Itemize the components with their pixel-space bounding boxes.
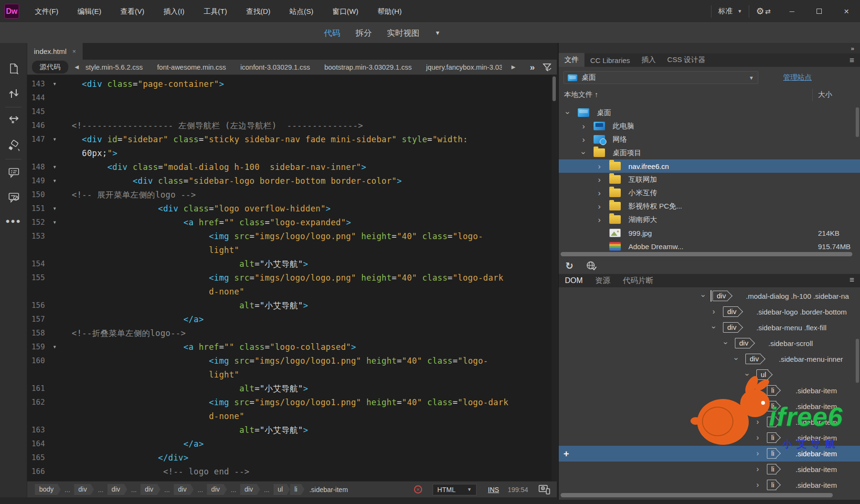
- code-line[interactable]: 157 </a>: [27, 313, 552, 326]
- code-line[interactable]: d-none": [27, 410, 552, 423]
- dom-tree-item[interactable]: ›div.sidebar-menu .flex-fill: [559, 320, 860, 336]
- dom-tree-item[interactable]: ›div.sidebar-logo .border-bottom: [559, 304, 860, 320]
- code-line[interactable]: 147▼ <div id="sidebar" class="sticky sid…: [27, 133, 552, 147]
- tag-selector[interactable]: div: [174, 484, 194, 495]
- code-line[interactable]: 149▼ <div class="sidebar-logo border-bot…: [27, 174, 552, 188]
- format-source-button[interactable]: [0, 133, 27, 158]
- related-file[interactable]: iconfont-3.03029.1.css: [240, 63, 310, 71]
- tag-selector[interactable]: div: [240, 484, 260, 495]
- dom-tree-item[interactable]: ›li.sidebar-item: [559, 462, 860, 477]
- tag-selector[interactable]: div: [107, 484, 127, 495]
- expand-arrow-icon[interactable]: ›: [756, 450, 759, 457]
- collapse-arrow-icon[interactable]: ›: [722, 342, 730, 344]
- expand-arrow-icon[interactable]: ›: [756, 418, 759, 426]
- add-element-button[interactable]: +: [563, 449, 569, 460]
- panel-tab-CC Libraries[interactable]: CC Libraries: [584, 54, 636, 67]
- code-line[interactable]: 154 alt="小艾导航">: [27, 257, 552, 271]
- dom-tree-item[interactable]: ›div.sidebar-scroll: [559, 336, 860, 351]
- expand-arrow-icon[interactable]: ›: [712, 308, 715, 315]
- chevron-down-icon[interactable]: ▼: [435, 30, 441, 36]
- expand-arrow-icon[interactable]: ›: [756, 465, 759, 473]
- file-tree-item[interactable]: ›湖南师大: [559, 213, 860, 226]
- expand-arrow-icon[interactable]: ›: [756, 481, 759, 489]
- menu-item[interactable]: 查找(D): [236, 0, 280, 22]
- menu-item[interactable]: 编辑(E): [68, 0, 111, 22]
- menu-item[interactable]: 帮助(H): [368, 0, 411, 22]
- code-line[interactable]: 155 <img src="imgs/logo/logo.png" height…: [27, 271, 552, 285]
- file-tree-item[interactable]: ›此电脑: [559, 119, 860, 133]
- code-line[interactable]: 159▼ <a href="" class="logo-collapsed">: [27, 340, 552, 354]
- code-line[interactable]: light": [27, 243, 552, 257]
- code-line[interactable]: 165 </div>: [27, 451, 552, 465]
- menu-item[interactable]: 查看(V): [111, 0, 154, 22]
- dom-tab-资源[interactable]: 资源: [589, 274, 616, 288]
- expand-arrow-icon[interactable]: ›: [580, 136, 587, 144]
- code-fold-arrow-icon[interactable]: ▼: [48, 77, 62, 91]
- code-line[interactable]: 156 alt="小艾导航">: [27, 299, 552, 313]
- tag-selector[interactable]: div: [140, 484, 160, 495]
- apply-comment-button[interactable]: [0, 160, 27, 185]
- scrollbar-thumb[interactable]: [552, 76, 556, 101]
- close-button[interactable]: ✕: [833, 0, 860, 22]
- code-line[interactable]: 148▼ <div class="modal-dialog h-100 side…: [27, 160, 552, 174]
- menu-item[interactable]: 工具(T): [194, 0, 236, 22]
- dom-tree-item[interactable]: ›ul: [559, 367, 860, 383]
- dom-tag-box[interactable]: div: [745, 354, 761, 364]
- dom-tag-box[interactable]: li: [767, 417, 776, 427]
- tag-selector[interactable]: li: [290, 484, 304, 495]
- code-line[interactable]: 152▼ <a href="" class="logo-expanded">: [27, 216, 552, 230]
- workspace-switcher[interactable]: 标准 ▼: [718, 7, 742, 16]
- code-line[interactable]: 163 alt="小艾导航">: [27, 423, 552, 437]
- file-tree-item[interactable]: ›桌面: [559, 106, 860, 119]
- file-tree-item[interactable]: ›网络: [559, 133, 860, 146]
- menu-item[interactable]: 插入(I): [154, 0, 194, 22]
- document-type-dropdown[interactable]: HTML ▼: [433, 484, 477, 495]
- collapse-arrow-icon[interactable]: ›: [743, 373, 751, 376]
- size-column-header[interactable]: 大小: [818, 90, 832, 99]
- code-line[interactable]: 143▼ <div class="page-container">: [27, 77, 552, 91]
- panel-menu-icon[interactable]: ≡: [849, 56, 860, 67]
- menu-item[interactable]: 文件(F): [25, 0, 68, 22]
- expand-arrow-icon[interactable]: ›: [580, 122, 587, 130]
- code-fold-arrow-icon[interactable]: ▼: [48, 174, 62, 188]
- dom-tag-box[interactable]: div: [735, 338, 750, 348]
- code-fold-arrow-icon[interactable]: ▼: [48, 202, 62, 216]
- code-line[interactable]: 60px;">: [27, 147, 552, 160]
- file-management-button[interactable]: [0, 81, 27, 106]
- code-line[interactable]: 146 <!------------------ 左侧导航栏 (左边导航栏) -…: [27, 119, 552, 133]
- tag-selector-class[interactable]: .sidebar-item: [309, 486, 348, 494]
- expand-arrow-icon[interactable]: ›: [596, 176, 603, 184]
- files-horizontal-scrollbar[interactable]: [561, 252, 852, 256]
- collapse-arrow-icon[interactable]: ›: [564, 109, 572, 116]
- dom-tab-代码片断[interactable]: 代码片断: [616, 274, 659, 288]
- dom-tag-box[interactable]: div: [712, 291, 728, 301]
- collapse-arrow-icon[interactable]: ›: [700, 294, 707, 297]
- dom-tag-box[interactable]: li: [767, 464, 776, 474]
- files-vertical-scrollbar[interactable]: [856, 107, 859, 137]
- code-fold-arrow-icon[interactable]: ▼: [48, 340, 62, 354]
- filter-related-files-icon[interactable]: [542, 63, 552, 72]
- code-line[interactable]: d-none": [27, 285, 552, 299]
- code-fold-arrow-icon[interactable]: ▼: [48, 216, 62, 230]
- site-dropdown[interactable]: 桌面 ▼: [563, 71, 758, 84]
- related-file[interactable]: jquery.fancybox.min-3.03: [426, 63, 502, 71]
- dom-tree-item[interactable]: ›li.sidebar-item: [559, 414, 860, 430]
- dom-tree-item[interactable]: ›div.sidebar-menu-inner: [559, 351, 860, 367]
- maximize-button[interactable]: [806, 0, 833, 22]
- related-file[interactable]: bootstrap.min-3.03029.1.css: [324, 63, 412, 71]
- expand-arrow-icon[interactable]: ›: [756, 387, 759, 394]
- source-code-button[interactable]: 源代码: [32, 61, 68, 74]
- dom-tree-item[interactable]: ›div.modal-dialog .h-100 .sidebar-na: [559, 288, 860, 304]
- menu-item[interactable]: 窗口(W): [323, 0, 368, 22]
- file-tree-item[interactable]: ›影视特权 PC免...: [559, 200, 860, 213]
- dom-horizontal-scrollbar[interactable]: [561, 493, 833, 497]
- expand-arrow-icon[interactable]: ›: [596, 189, 603, 197]
- related-files-right-arrow[interactable]: ▶: [511, 64, 515, 70]
- code-line[interactable]: 150 <!-- 展开菜单左侧的logo -->: [27, 188, 552, 202]
- realtime-preview-icon[interactable]: [539, 485, 550, 494]
- code-line[interactable]: 160 <img src="imgs/logo/logo1.png" heigh…: [27, 354, 552, 368]
- file-tree-item[interactable]: ›互联网加: [559, 173, 860, 186]
- dom-tree-item[interactable]: ›li.sidebar-item+: [559, 446, 860, 462]
- file-tree-item[interactable]: 999.jpg214KB: [559, 226, 860, 240]
- dom-tag-box[interactable]: li: [767, 432, 776, 443]
